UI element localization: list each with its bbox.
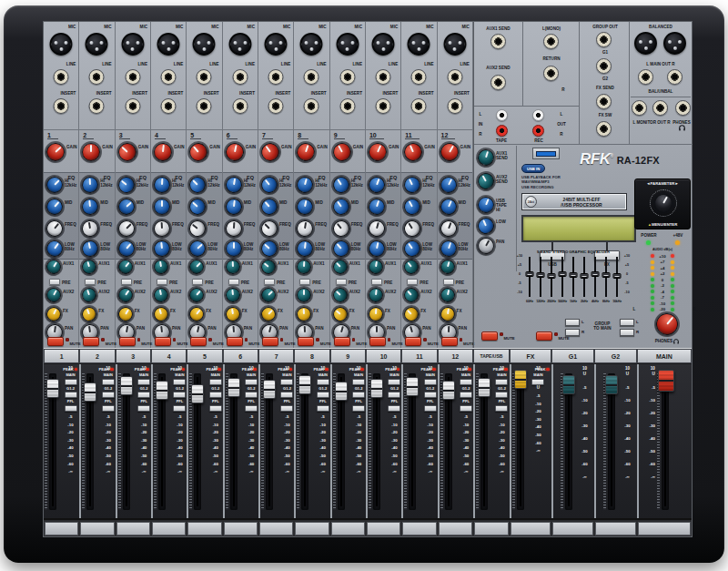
group-fader[interactable] bbox=[605, 375, 618, 394]
group-assign-button[interactable] bbox=[388, 392, 400, 398]
eq-low-knob[interactable] bbox=[438, 239, 459, 260]
pre-button[interactable] bbox=[443, 279, 454, 285]
master-low-knob[interactable] bbox=[475, 215, 497, 237]
aux2-knob[interactable] bbox=[439, 287, 456, 304]
eq-mid-knob[interactable] bbox=[258, 195, 280, 218]
fx-fader[interactable] bbox=[514, 370, 527, 389]
mute-button[interactable] bbox=[262, 337, 278, 346]
master-aux2-send-knob[interactable] bbox=[475, 170, 498, 193]
master-usb-tape-hi-knob[interactable] bbox=[475, 194, 497, 216]
eq-hi-knob[interactable] bbox=[438, 174, 460, 196]
pfl-button[interactable] bbox=[317, 405, 329, 412]
fx-send-knob[interactable] bbox=[439, 306, 455, 322]
eq-mid-knob[interactable] bbox=[225, 198, 243, 216]
fx-send-knob[interactable] bbox=[80, 305, 99, 324]
aux1-knob[interactable] bbox=[81, 258, 99, 276]
tape-usb-fader[interactable] bbox=[478, 378, 490, 397]
fx-send-knob[interactable] bbox=[116, 304, 136, 324]
pfl-button[interactable] bbox=[102, 405, 115, 412]
fx-send-knob[interactable] bbox=[258, 304, 279, 325]
eq-low-knob[interactable] bbox=[401, 237, 424, 260]
eq-mid-knob[interactable] bbox=[187, 195, 209, 218]
aux2-knob[interactable] bbox=[152, 287, 169, 304]
channel-fader[interactable] bbox=[298, 375, 311, 394]
gain-knob[interactable] bbox=[329, 139, 354, 164]
aux1-knob[interactable] bbox=[329, 257, 350, 278]
gain-knob[interactable] bbox=[115, 139, 140, 165]
pre-button[interactable] bbox=[371, 279, 382, 285]
mute-button[interactable] bbox=[334, 337, 350, 346]
eq-hi-knob[interactable] bbox=[258, 173, 280, 196]
geq-slider-cap[interactable] bbox=[592, 271, 600, 277]
fx-send-knob[interactable] bbox=[187, 304, 207, 324]
eq-freq-knob[interactable] bbox=[81, 219, 100, 239]
eq-low-knob[interactable] bbox=[81, 239, 100, 258]
eq-hi-knob[interactable] bbox=[224, 176, 243, 195]
geq-slider-cap[interactable] bbox=[548, 273, 556, 279]
aux1-knob[interactable] bbox=[115, 257, 135, 277]
eq-freq-knob[interactable] bbox=[187, 217, 209, 240]
gain-knob[interactable] bbox=[258, 139, 283, 165]
main-assign-button[interactable] bbox=[424, 379, 437, 385]
aux2-knob[interactable] bbox=[44, 285, 64, 305]
aux1-knob[interactable] bbox=[187, 257, 207, 278]
eq-freq-knob[interactable] bbox=[225, 220, 242, 238]
aux1-knob[interactable] bbox=[401, 257, 421, 277]
fx-send-knob[interactable] bbox=[44, 304, 63, 323]
eq-hi-knob[interactable] bbox=[115, 173, 137, 196]
gain-knob[interactable] bbox=[437, 139, 461, 164]
main-assign-button[interactable] bbox=[280, 379, 293, 385]
channel-fader[interactable] bbox=[84, 382, 96, 402]
group-assign-button[interactable] bbox=[280, 392, 293, 398]
main-assign-button[interactable] bbox=[137, 379, 150, 385]
eq-hi-knob[interactable] bbox=[82, 177, 99, 194]
main-fader[interactable] bbox=[658, 370, 674, 392]
mute-button[interactable] bbox=[369, 337, 386, 346]
eq-freq-knob[interactable] bbox=[401, 218, 424, 240]
eq-hi-knob[interactable] bbox=[187, 173, 209, 196]
mute-button[interactable] bbox=[405, 337, 421, 346]
group-assign-button[interactable] bbox=[137, 392, 150, 398]
gain-knob[interactable] bbox=[224, 141, 246, 163]
eq-freq-knob[interactable] bbox=[154, 220, 171, 238]
main-assign-button[interactable] bbox=[65, 379, 77, 385]
group1-to-main-l-button[interactable] bbox=[565, 319, 580, 326]
eq-mid-knob[interactable] bbox=[329, 195, 352, 218]
channel-fader[interactable] bbox=[370, 379, 383, 398]
eq-mid-knob[interactable] bbox=[296, 197, 315, 216]
pfl-button[interactable] bbox=[137, 405, 150, 412]
aux2-knob[interactable] bbox=[225, 287, 241, 303]
geq-slider-cap[interactable] bbox=[602, 272, 611, 278]
pre-button[interactable] bbox=[192, 279, 203, 285]
group2-to-main-l-button[interactable] bbox=[620, 319, 634, 326]
gain-knob[interactable] bbox=[186, 139, 211, 165]
eq-low-knob[interactable] bbox=[258, 237, 280, 260]
aux2-knob[interactable] bbox=[258, 285, 279, 306]
channel-fader[interactable] bbox=[442, 381, 455, 400]
eq-low-knob[interactable] bbox=[226, 240, 242, 257]
aux2-knob[interactable] bbox=[187, 285, 207, 306]
group-assign-button[interactable] bbox=[317, 392, 329, 398]
eq-low-knob[interactable] bbox=[296, 240, 314, 258]
eq-low-knob[interactable] bbox=[329, 237, 352, 260]
mute-button[interactable] bbox=[119, 337, 136, 346]
eq-low-knob[interactable] bbox=[187, 237, 209, 260]
main-assign-button[interactable] bbox=[209, 379, 222, 385]
main-assign-button[interactable] bbox=[460, 379, 472, 385]
group-assign-button[interactable] bbox=[245, 392, 258, 398]
eq-freq-knob[interactable] bbox=[296, 219, 315, 239]
main-assign-button[interactable] bbox=[495, 379, 508, 385]
geq-slider-cap[interactable] bbox=[581, 273, 589, 279]
eq-hi-knob[interactable] bbox=[329, 174, 352, 197]
eq-low-knob[interactable] bbox=[115, 237, 137, 260]
eq-mid-knob[interactable] bbox=[115, 195, 137, 218]
aux2-knob[interactable] bbox=[401, 285, 422, 306]
eq-freq-knob[interactable] bbox=[43, 217, 66, 240]
pfl-button[interactable] bbox=[352, 405, 365, 412]
eq-hi-knob[interactable] bbox=[43, 173, 66, 196]
geq-slider-cap[interactable] bbox=[613, 273, 622, 279]
channel-fader[interactable] bbox=[406, 377, 419, 396]
fx-send-knob[interactable] bbox=[152, 305, 170, 323]
aux1-knob[interactable] bbox=[44, 257, 64, 277]
pfl-button[interactable] bbox=[173, 405, 186, 412]
